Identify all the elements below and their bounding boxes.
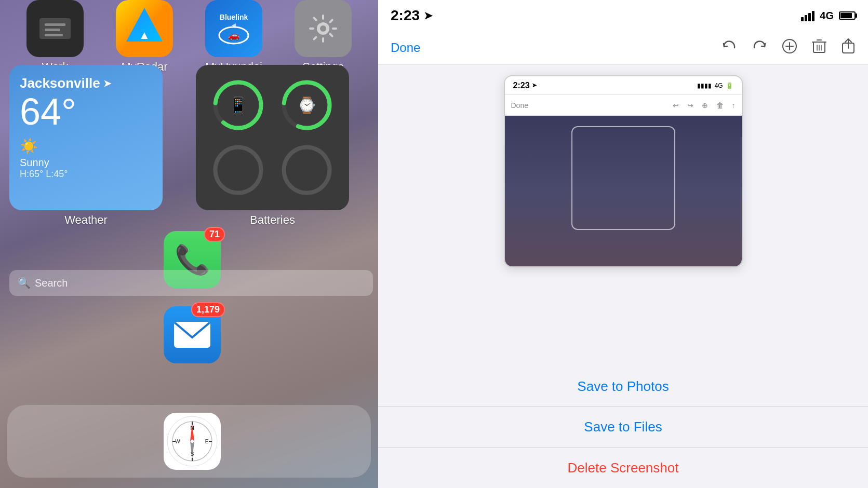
app-work[interactable]: Work xyxy=(14,0,97,74)
svg-rect-4 xyxy=(45,34,63,36)
mail-badge: 1,179 xyxy=(191,302,225,317)
mail-icon-wrap[interactable]: 1,179 xyxy=(164,306,221,363)
phone-battery: 📱 xyxy=(211,78,265,132)
preview-share-icon: ↑ xyxy=(732,101,736,110)
battery-empty-2 xyxy=(279,143,334,197)
top-apps-row: Work ▲ xyxy=(0,0,378,74)
svg-rect-8 xyxy=(205,0,262,57)
phone-badge: 71 xyxy=(204,227,225,242)
weather-hilo: H:65° L:45° xyxy=(20,169,152,180)
right-panel: 2:23 ➤ 4G Done xyxy=(378,0,868,488)
preview-status-bar: 2:23 ➤ ▮▮▮▮ 4G 🔋 xyxy=(505,76,742,95)
delete-screenshot-button[interactable]: Delete Screenshot xyxy=(378,448,868,488)
status-bar: 2:23 ➤ 4G xyxy=(378,0,868,31)
delete-button[interactable] xyxy=(812,38,826,58)
settings-app-icon[interactable] xyxy=(295,0,352,57)
save-to-files-button[interactable]: Save to Files xyxy=(378,407,868,448)
svg-rect-17 xyxy=(322,37,324,43)
myradar-app-icon[interactable]: ▲ xyxy=(116,0,173,57)
myhyundai-app-icon[interactable]: Bluelink ◀ 🚗 xyxy=(205,0,262,57)
redo-button[interactable] xyxy=(752,38,767,58)
preview-toolbar: Done ↩ ↪ ⊕ 🗑 ↑ xyxy=(505,95,742,116)
battery-status-icon xyxy=(839,11,856,20)
signal-bar-3 xyxy=(808,13,811,21)
weather-widget-label: Weather xyxy=(64,213,108,227)
preview-status-icons: ▮▮▮▮ 4G 🔋 xyxy=(697,82,733,89)
markup-button[interactable] xyxy=(782,38,797,58)
svg-text:E: E xyxy=(205,439,209,444)
editor-toolbar: Done xyxy=(378,31,868,65)
left-panel: Work ▲ xyxy=(0,0,378,488)
batteries-widget[interactable]: 📱 ⌚ Batteries xyxy=(196,65,349,210)
preview-time: 2:23 ➤ xyxy=(513,81,537,90)
signal-bar-2 xyxy=(805,15,807,21)
preview-content-area xyxy=(505,116,742,266)
preview-battery-icon: 🔋 xyxy=(726,82,733,89)
mail-app[interactable]: 1,179 xyxy=(164,306,221,363)
location-icon: ➤ xyxy=(424,9,433,22)
action-sheet: Save to Photos Save to Files Delete Scre… xyxy=(378,367,868,488)
svg-text:W: W xyxy=(175,439,180,444)
battery-fill xyxy=(840,13,852,18)
work-app-icon[interactable] xyxy=(26,0,84,57)
svg-point-29 xyxy=(284,147,330,193)
weather-condition: Sunny xyxy=(20,157,152,169)
svg-text:Bluelink: Bluelink xyxy=(220,13,248,21)
svg-text:S: S xyxy=(191,451,194,457)
signal-bar-4 xyxy=(812,11,814,21)
preview-redo-icon: ↪ xyxy=(687,101,693,110)
weather-temperature: 64° xyxy=(20,91,152,132)
save-to-photos-button[interactable]: Save to Photos xyxy=(378,367,868,407)
battery-empty-1 xyxy=(211,143,265,197)
svg-rect-16 xyxy=(322,15,324,20)
weather-city: Jacksonville ➤ xyxy=(20,75,152,91)
undo-button[interactable] xyxy=(722,38,737,58)
svg-point-15 xyxy=(320,25,326,32)
svg-text:🚗: 🚗 xyxy=(228,30,240,41)
safari-app-icon[interactable]: N S W E xyxy=(164,413,221,470)
svg-text:▲: ▲ xyxy=(139,29,150,42)
signal-bar-1 xyxy=(801,17,804,21)
svg-rect-18 xyxy=(309,28,314,30)
svg-text:N: N xyxy=(190,425,194,431)
preview-undo-icon: ↩ xyxy=(673,101,679,110)
search-bar[interactable]: 🔍 Search xyxy=(9,270,373,296)
svg-rect-3 xyxy=(45,29,60,31)
preview-signal-icon: ▮▮▮▮ xyxy=(697,82,712,89)
svg-point-25 xyxy=(215,83,261,128)
preview-inner-device-frame xyxy=(571,126,675,230)
signal-bars xyxy=(801,10,814,21)
toolbar-actions xyxy=(722,38,856,58)
share-button[interactable] xyxy=(841,38,856,58)
preview-location-icon: ➤ xyxy=(532,82,537,89)
watch-battery: ⌚ xyxy=(279,78,334,132)
done-button[interactable]: Done xyxy=(391,40,420,55)
app-myradar[interactable]: ▲ MyRadar xyxy=(103,0,186,74)
batteries-widget-label: Batteries xyxy=(250,213,295,227)
svg-rect-19 xyxy=(332,28,337,30)
preview-toolbar-actions: ↩ ↪ ⊕ 🗑 ↑ xyxy=(673,101,736,110)
svg-point-28 xyxy=(215,147,261,193)
status-time: 2:23 ➤ xyxy=(391,7,433,24)
app-settings[interactable]: Settings xyxy=(282,0,365,74)
screenshot-preview: 2:23 ➤ ▮▮▮▮ 4G 🔋 Done ↩ ↪ ⊕ 🗑 ↑ xyxy=(504,75,743,267)
search-magnifier-icon: 🔍 xyxy=(18,277,31,289)
preview-markup-icon: ⊕ xyxy=(702,101,708,110)
svg-rect-2 xyxy=(45,23,65,26)
safari-app[interactable]: N S W E xyxy=(164,413,221,470)
weather-widget[interactable]: Jacksonville ➤ 64° ☀️ Sunny H:65° L:45° … xyxy=(9,65,163,210)
search-label: Search xyxy=(35,277,68,289)
preview-delete-icon: 🗑 xyxy=(716,101,724,110)
app-myhyundai[interactable]: Bluelink ◀ 🚗 MyHyundai xyxy=(192,0,275,74)
location-arrow-icon: ➤ xyxy=(103,78,111,89)
sun-icon: ☀️ xyxy=(20,138,152,155)
status-icons: 4G xyxy=(801,10,856,22)
signal-type-label: 4G xyxy=(820,10,834,22)
preview-done-label: Done xyxy=(511,101,528,110)
